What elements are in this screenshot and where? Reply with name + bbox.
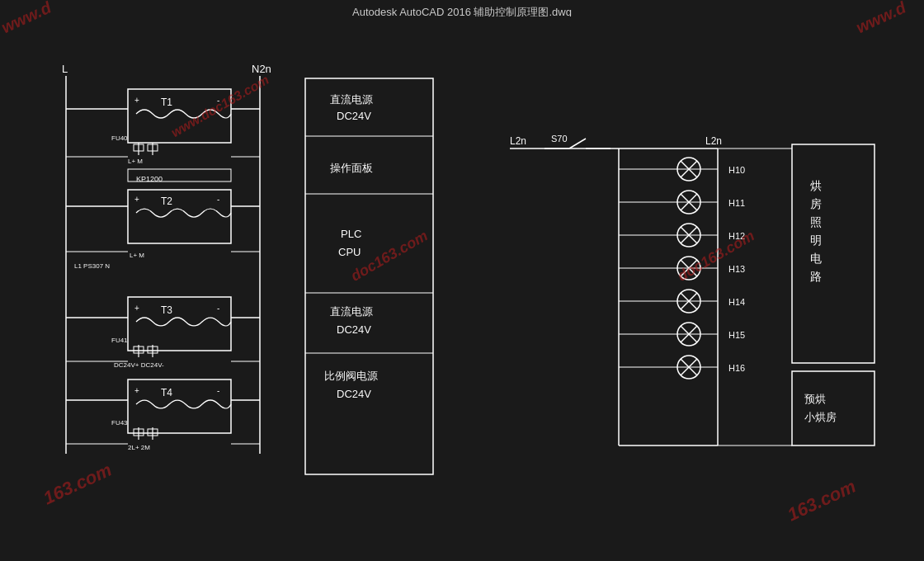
svg-text:H11: H11 <box>728 198 745 208</box>
svg-text:T3: T3 <box>161 304 172 316</box>
svg-text:路: 路 <box>810 270 822 283</box>
svg-text:+: + <box>134 96 139 105</box>
svg-text:+: + <box>134 386 139 395</box>
svg-text:H13: H13 <box>728 264 745 274</box>
svg-text:T2: T2 <box>161 196 172 207</box>
svg-text:-: - <box>217 195 219 204</box>
svg-text:小烘房: 小烘房 <box>804 411 837 423</box>
svg-text:DC24V+ DC24V-: DC24V+ DC24V- <box>114 361 164 369</box>
svg-text:N2n: N2n <box>252 63 271 75</box>
svg-text:照: 照 <box>810 215 822 229</box>
canvas-area: L N2n T1 + - FU40 L+ M KP1200 <box>0 16 924 561</box>
svg-text:-: - <box>217 304 219 313</box>
svg-text:H10: H10 <box>728 165 745 175</box>
svg-text:L2n: L2n <box>510 135 526 147</box>
svg-text:DC24V: DC24V <box>337 388 371 400</box>
svg-text:直流电源: 直流电源 <box>330 305 373 318</box>
svg-text:+: + <box>134 195 139 204</box>
svg-text:DC24V: DC24V <box>337 110 371 122</box>
svg-text:T1: T1 <box>161 97 172 108</box>
svg-text:操作面板: 操作面板 <box>330 162 373 174</box>
svg-text:预烘: 预烘 <box>804 393 826 405</box>
svg-text:H14: H14 <box>728 297 745 307</box>
svg-text:L: L <box>62 63 68 75</box>
svg-text:FU43: FU43 <box>111 419 128 427</box>
svg-text:电: 电 <box>810 252 822 265</box>
svg-text:CPU: CPU <box>338 246 361 258</box>
svg-text:FU41: FU41 <box>111 337 128 344</box>
svg-text:2L+  2M: 2L+ 2M <box>128 444 150 451</box>
svg-text:明: 明 <box>810 233 822 247</box>
svg-text:-: - <box>217 386 219 395</box>
svg-text:DC24V: DC24V <box>337 323 371 336</box>
svg-text:比例阀电源: 比例阀电源 <box>324 370 378 382</box>
svg-text:L2n: L2n <box>705 135 722 147</box>
svg-text:FU40: FU40 <box>111 134 128 142</box>
svg-text:-: - <box>217 96 219 105</box>
svg-text:T4: T4 <box>161 387 172 398</box>
svg-text:S70: S70 <box>551 134 568 144</box>
circuit-diagram: L N2n T1 + - FU40 L+ M KP1200 <box>0 16 924 561</box>
svg-text:H12: H12 <box>728 231 745 241</box>
svg-text:烘: 烘 <box>810 179 822 192</box>
svg-text:L1  PS307  N: L1 PS307 N <box>74 262 110 270</box>
svg-text:H16: H16 <box>728 363 745 373</box>
svg-text:房: 房 <box>810 197 822 210</box>
svg-text:H15: H15 <box>728 330 745 340</box>
svg-text:PLC: PLC <box>341 228 361 240</box>
svg-text:L+  M: L+ M <box>128 158 143 165</box>
svg-text:直流电源: 直流电源 <box>330 93 373 106</box>
svg-text:+: + <box>134 304 139 313</box>
svg-text:L+  M: L+ M <box>130 252 144 259</box>
